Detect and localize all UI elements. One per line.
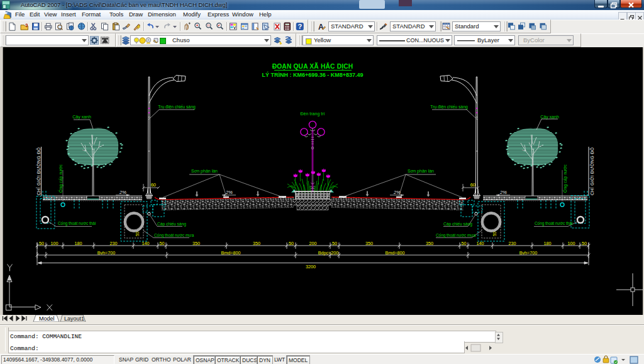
svg-text:50: 50 [582,241,587,246]
svg-text:Bvh=700: Bvh=700 [97,250,116,256]
svg-text:Bdpc=200: Bdpc=200 [318,250,339,256]
svg-text:350: 350 [253,241,260,246]
svg-text:180: 180 [75,241,82,246]
svg-text:Đèn trang trí: Đèn trang trí [301,111,325,117]
svg-text:Sơn phân làn: Sơn phân làn [408,169,434,174]
svg-text:50: 50 [135,231,140,236]
svg-text:CHỈ GIỚI ĐƯỜNG ĐỎ: CHỈ GIỚI ĐƯỜNG ĐỎ [589,147,594,195]
svg-text:50: 50 [160,241,165,246]
svg-text:Cống thoát nước thải: Cống thoát nước thải [58,220,96,226]
svg-text:Trụ điện chiếu sáng: Trụ điện chiếu sáng [158,104,196,110]
svg-text:100: 100 [51,241,58,246]
svg-text:180: 180 [544,241,552,246]
svg-text:Bvh=700: Bvh=700 [519,250,538,256]
svg-text:Cây xanh: Cây xanh [72,115,91,120]
svg-text:230: 230 [110,241,118,246]
svg-text:350: 350 [192,241,200,246]
svg-text:2%: 2% [119,190,126,195]
svg-text:Cáp chiếu sáng: Cáp chiếu sáng [157,221,186,227]
svg-text:100: 100 [568,241,575,246]
svg-text:3200: 3200 [306,264,316,270]
svg-text:50: 50 [289,241,294,246]
svg-text:Cống thoát nước thải: Cống thoát nước thải [535,220,572,226]
svg-text:CHỈ GIỚI ĐƯỜNG ĐỎ: CHỈ GIỚI ĐƯỜNG ĐỎ [36,147,41,195]
svg-text:Ống cấp nước: Ống cấp nước [562,164,568,193]
svg-text:Bmd=800: Bmd=800 [386,250,405,256]
svg-text:Bmd=800: Bmd=800 [221,250,241,256]
svg-text:2%: 2% [225,190,233,195]
svg-text:60: 60 [470,182,475,188]
svg-text:Sơn phân làn: Sơn phân làn [191,169,218,174]
svg-text:Cây xanh: Cây xanh [540,115,559,120]
svg-text:230: 230 [509,241,516,246]
svg-text:140: 140 [477,241,484,246]
svg-text:LÝ TRÌNH : KM6+699.36 - KM8+83: LÝ TRÌNH : KM6+699.36 - KM8+837.49 [262,71,363,78]
svg-text:60: 60 [151,182,156,188]
svg-text:Cống thoát nước mưa: Cống thoát nước mưa [436,232,476,238]
svg-text:2%: 2% [499,190,507,195]
svg-text:50: 50 [39,241,44,246]
svg-text:200: 200 [309,241,317,246]
svg-text:?: ? [297,23,302,30]
svg-text:350: 350 [426,241,433,246]
svg-text:50: 50 [332,241,337,246]
svg-text:50: 50 [492,231,497,236]
svg-text:Cáp chiếu sáng: Cáp chiếu sáng [443,221,472,227]
svg-text:50: 50 [462,241,467,246]
svg-text:ĐOẠN QUA XÃ HẮC DỊCH: ĐOẠN QUA XÃ HẮC DỊCH [272,62,353,71]
svg-text:Trụ điện chiếu sáng: Trụ điện chiếu sáng [430,104,468,110]
svg-text:350: 350 [365,241,373,246]
svg-text:Ống cấp nước: Ống cấp nước [57,164,64,193]
svg-text:140: 140 [142,241,150,246]
svg-text:Cống thoát nước mưa: Cống thoát nước mưa [154,232,194,238]
